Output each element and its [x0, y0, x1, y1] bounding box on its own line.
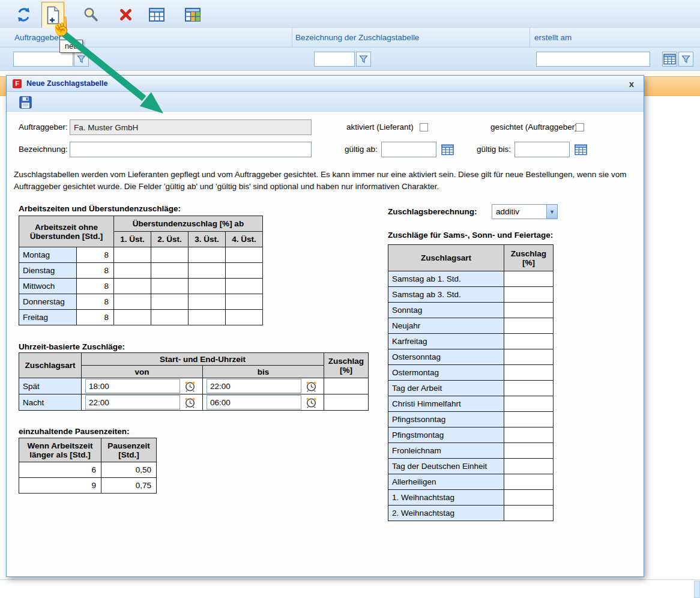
dialog-title: Neue Zuschlagstabelle	[26, 79, 107, 88]
holiday-value-cell[interactable]	[504, 396, 554, 412]
pausen-pause-cell[interactable]: 0,75	[101, 478, 157, 494]
worktime-header-ueberstunden: Überstundenzuschlag [%] ab	[114, 216, 263, 232]
uest-cell[interactable]	[226, 294, 263, 310]
holiday-value-cell[interactable]	[504, 490, 554, 506]
clock-button[interactable]	[183, 379, 196, 393]
uest-cell[interactable]	[151, 247, 189, 263]
uest-cell[interactable]	[226, 247, 263, 263]
dialog-toolbar	[7, 92, 644, 112]
uest-cell[interactable]	[114, 310, 151, 325]
table-view-button[interactable]	[146, 5, 167, 24]
column-header-bezeichnung[interactable]: Bezeichnung der Zuschlagstabelle	[295, 28, 419, 47]
zuschlagsart-label: Spät	[19, 378, 82, 394]
uest-cell[interactable]	[189, 263, 226, 279]
holiday-label: Sonntag	[388, 303, 504, 318]
holiday-value-cell[interactable]	[504, 443, 554, 459]
filter-input-erstellt-am[interactable]	[536, 52, 650, 67]
uest-cell[interactable]	[151, 263, 189, 279]
column-header-erstellt-am[interactable]: erstellt am	[534, 28, 572, 47]
feiertage-heading: Zuschläge für Sams-, Sonn- und Feiertage…	[388, 231, 553, 240]
filter-funnel-icon	[77, 55, 86, 64]
table-columns-button[interactable]	[183, 5, 203, 24]
hours-cell[interactable]: 8	[77, 279, 114, 294]
table-row: 2. Weihnachtstag	[388, 506, 554, 521]
gueltig-bis-field[interactable]	[514, 142, 570, 157]
aktiviert-label: aktiviert (Lieferant)	[346, 119, 414, 135]
zuschlag-cell[interactable]	[324, 378, 369, 394]
holiday-value-cell[interactable]	[504, 303, 554, 318]
close-button[interactable]: x	[626, 79, 638, 89]
von-time-input[interactable]	[85, 395, 180, 409]
von-time-input[interactable]	[85, 379, 180, 393]
bis-time-input[interactable]	[207, 395, 301, 409]
filter-input-bezeichnung[interactable]	[314, 52, 355, 67]
uest-cell[interactable]	[114, 294, 151, 310]
pausen-hours-cell[interactable]: 9	[19, 478, 101, 494]
pausen-pause-cell[interactable]: 0,50	[101, 462, 157, 478]
gueltig-ab-calendar-button[interactable]	[440, 142, 455, 157]
uest-cell[interactable]	[226, 310, 263, 325]
gueltig-ab-field[interactable]	[381, 142, 436, 157]
holiday-value-cell[interactable]	[504, 271, 554, 287]
timebased-heading: Uhrzeit-basierte Zuschläge:	[19, 342, 125, 351]
zuschlag-cell[interactable]	[324, 394, 369, 411]
holiday-value-cell[interactable]	[504, 427, 554, 443]
filter-input-auftraggeber[interactable]	[13, 52, 73, 67]
pausen-hours-cell[interactable]: 6	[19, 462, 101, 478]
uest-cell[interactable]	[151, 310, 189, 325]
clock-button[interactable]	[183, 396, 196, 409]
save-button[interactable]	[17, 94, 34, 110]
holiday-value-cell[interactable]	[504, 381, 554, 396]
holiday-value-cell[interactable]	[504, 506, 554, 521]
filter-button-bezeichnung[interactable]	[356, 52, 371, 67]
pausen-header-wenn: Wenn Arbeitszeit länger als [Std.]	[19, 438, 101, 462]
aktiviert-checkbox[interactable]	[420, 123, 428, 131]
holiday-value-cell[interactable]	[504, 474, 554, 490]
uest-cell[interactable]	[114, 247, 151, 263]
holiday-value-cell[interactable]	[504, 287, 554, 303]
uest-cell[interactable]	[226, 263, 263, 279]
hours-cell[interactable]: 8	[77, 247, 114, 263]
holiday-label: 2. Weihnachtstag	[388, 506, 504, 521]
holiday-value-cell[interactable]	[504, 459, 554, 474]
holiday-value-cell[interactable]	[504, 334, 554, 349]
gesichtet-checkbox[interactable]	[576, 123, 584, 131]
search-button[interactable]	[80, 5, 101, 24]
table-row: Christi Himmelfahrt	[388, 396, 554, 412]
hours-cell[interactable]: 8	[77, 310, 114, 325]
scrollbar[interactable]	[694, 581, 700, 598]
zuschlagsberechnung-select[interactable]: additiv ▼	[492, 204, 558, 219]
holiday-value-cell[interactable]	[504, 365, 554, 381]
uest-cell[interactable]	[151, 294, 189, 310]
auftraggeber-field[interactable]	[70, 119, 312, 135]
uest-cell[interactable]	[189, 294, 226, 310]
clock-button[interactable]	[304, 396, 318, 409]
info-text: Zuschlagstabellen werden vom Lieferanten…	[14, 169, 638, 192]
refresh-button[interactable]	[13, 5, 34, 24]
holiday-value-cell[interactable]	[504, 318, 554, 334]
uest-cell[interactable]	[151, 279, 189, 294]
dialog-titlebar[interactable]: F Neue Zuschlagstabelle x	[7, 76, 644, 92]
hours-cell[interactable]: 8	[77, 294, 114, 310]
uest-cell[interactable]	[226, 279, 263, 294]
uest-cell[interactable]	[189, 310, 226, 325]
clock-button[interactable]	[304, 379, 318, 393]
holiday-value-cell[interactable]	[504, 412, 554, 427]
uest-cell[interactable]	[189, 279, 226, 294]
filter-button-erstellt-am[interactable]	[678, 52, 693, 67]
uest-cell[interactable]	[114, 279, 151, 294]
timebased-header-bis: bis	[203, 366, 324, 378]
bis-time-input[interactable]	[207, 379, 301, 393]
delete-button[interactable]	[115, 5, 136, 24]
gueltig-bis-calendar-button[interactable]	[573, 142, 588, 157]
uest-cell[interactable]	[189, 247, 226, 263]
filter-calendar-button[interactable]	[662, 52, 677, 67]
uest-cell[interactable]	[114, 263, 151, 279]
chevron-down-icon[interactable]: ▼	[546, 205, 557, 219]
filter-button-auftraggeber[interactable]	[74, 52, 89, 67]
hours-cell[interactable]: 8	[77, 263, 114, 279]
bezeichnung-field[interactable]	[70, 142, 312, 157]
dialog-neue-zuschlagstabelle: F Neue Zuschlagstabelle x Auftraggeber: …	[6, 75, 644, 577]
holiday-value-cell[interactable]	[504, 349, 554, 365]
holiday-label: Samstag ab 1. Std.	[388, 271, 504, 287]
